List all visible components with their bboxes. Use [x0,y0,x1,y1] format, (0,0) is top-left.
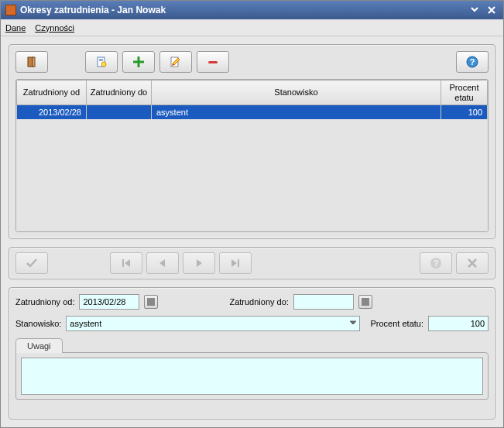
menubar: Dane Czynności [1,19,503,36]
col-header-od[interactable]: Zatrudniony od [17,80,87,105]
close-button[interactable] [485,3,499,17]
input-do[interactable] [293,294,354,310]
svg-rect-11 [238,259,239,267]
notes-panel [15,352,489,400]
label-do: Zatrudniony do: [229,297,288,306]
menu-czynnosci[interactable]: Czynności [35,23,74,33]
add-button[interactable] [122,51,155,73]
delete-button[interactable] [197,51,229,73]
grid-table: Zatrudniony od Zatrudniony do Stanowisko… [16,80,488,119]
nav-panel: ? [9,247,495,279]
svg-rect-3 [99,59,103,60]
calendar-od-button[interactable] [144,295,158,309]
tabs: Uwagi [15,337,489,400]
cell-pct: 100 [441,105,488,119]
minimize-button[interactable] [468,3,482,17]
cancel-button[interactable] [456,252,489,274]
chevron-down-icon [348,317,358,328]
grid-header-row: Zatrudniony od Zatrudniony do Stanowisko… [17,80,488,105]
svg-rect-7 [208,61,218,63]
nav-prev-button[interactable] [146,252,179,274]
confirm-button[interactable] [15,252,48,274]
nav-last-button[interactable] [219,252,252,274]
window: Okresy zatrudnienia - Jan Nowak Dane Czy… [0,0,504,428]
nav-next-button[interactable] [183,252,215,274]
input-pct[interactable] [428,316,489,331]
form-panel: Zatrudniony od: Zatrudniony do: Stanowis… [9,287,495,419]
label-stan: Stanowisko: [15,319,61,328]
notes-textarea[interactable] [21,358,483,395]
tab-uwagi[interactable]: Uwagi [15,338,63,353]
svg-point-5 [101,62,106,67]
input-stan[interactable] [66,316,359,331]
svg-text:?: ? [470,57,475,67]
top-panel: ? Zatrudniony od Zatrudniony do Stanowis… [9,44,495,239]
svg-rect-10 [122,259,124,267]
cell-od: 2013/02/28 [17,105,87,119]
col-header-pct[interactable]: Procent etatu [441,80,488,105]
col-header-stan[interactable]: Stanowisko [152,80,441,105]
label-od: Zatrudniony od: [15,297,74,306]
col-header-do[interactable]: Zatrudniony do [87,80,152,105]
menu-dane[interactable]: Dane [5,23,26,33]
nav-first-button[interactable] [110,252,142,274]
svg-text:?: ? [434,259,439,268]
combo-stanowisko[interactable] [66,316,359,331]
grid-empty-area [16,119,488,231]
edit-button[interactable] [159,51,192,73]
window-title: Okresy zatrudnienia - Jan Nowak [20,5,465,15]
content: ? Zatrudniony od Zatrudniony do Stanowis… [1,36,503,427]
grid[interactable]: Zatrudniony od Zatrudniony do Stanowisko… [15,79,489,232]
titlebar: Okresy zatrudnienia - Jan Nowak [1,1,503,19]
table-row[interactable]: 2013/02/28 asystent 100 [17,105,488,119]
calendar-do-button[interactable] [358,295,372,309]
new-doc-button[interactable] [85,51,118,73]
help-button[interactable]: ? [456,51,489,73]
help2-button[interactable]: ? [420,252,452,274]
cell-do [87,105,152,119]
cell-stan: asystent [152,105,441,119]
svg-rect-4 [99,60,103,61]
input-od[interactable] [79,294,139,310]
svg-rect-1 [33,57,35,67]
label-pct: Procent etatu: [371,319,424,328]
exit-button[interactable] [15,51,48,73]
app-icon [5,5,16,15]
